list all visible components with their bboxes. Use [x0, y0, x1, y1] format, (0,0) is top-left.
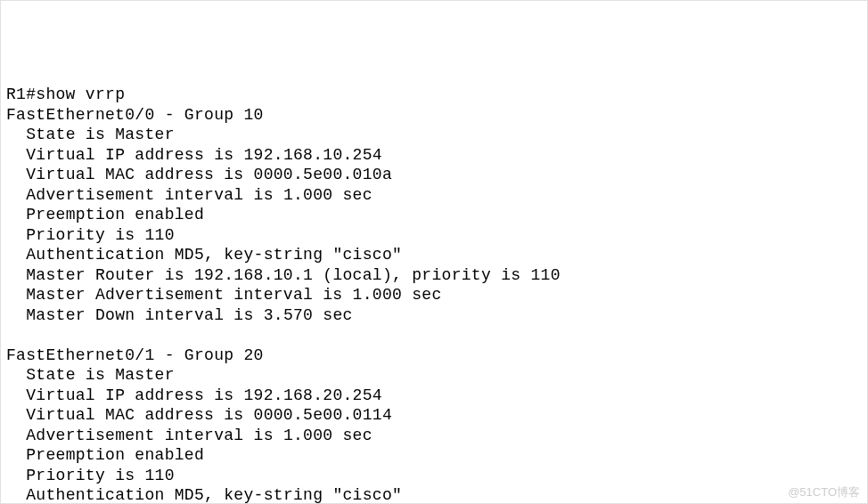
- virtual-ip-line-0: Virtual IP address is 192.168.10.254: [26, 146, 382, 164]
- cli-command: show vrrp: [36, 85, 125, 103]
- preemption-line-0: Preemption enabled: [26, 206, 204, 224]
- adv-interval-line-0: Advertisement interval is 1.000 sec: [26, 186, 373, 204]
- master-adv-line-0: Master Advertisement interval is 1.000 s…: [26, 286, 441, 304]
- virtual-mac-line-1: Virtual MAC address is 0000.5e00.0114: [26, 406, 392, 424]
- group-header-1: FastEthernet0/1 - Group 20: [6, 346, 264, 364]
- cli-prompt: R1#: [6, 85, 36, 103]
- state-line-1: State is Master: [26, 366, 175, 384]
- state-line-0: State is Master: [26, 126, 175, 143]
- preemption-line-1: Preemption enabled: [26, 446, 204, 464]
- watermark: @51CTO博客: [788, 485, 860, 500]
- auth-line-1: Authentication MD5, key-string "cisco": [26, 486, 402, 504]
- virtual-mac-line-0: Virtual MAC address is 0000.5e00.010a: [26, 166, 392, 183]
- priority-line-0: Priority is 110: [26, 226, 175, 244]
- priority-line-1: Priority is 110: [26, 467, 175, 484]
- adv-interval-line-1: Advertisement interval is 1.000 sec: [26, 427, 373, 444]
- master-router-line-0: Master Router is 192.168.10.1 (local), p…: [26, 266, 561, 284]
- virtual-ip-line-1: Virtual IP address is 192.168.20.254: [26, 386, 382, 404]
- master-down-line-0: Master Down interval is 3.570 sec: [26, 306, 352, 324]
- auth-line-0: Authentication MD5, key-string "cisco": [26, 246, 402, 264]
- group-header-0: FastEthernet0/0 - Group 10: [6, 106, 264, 124]
